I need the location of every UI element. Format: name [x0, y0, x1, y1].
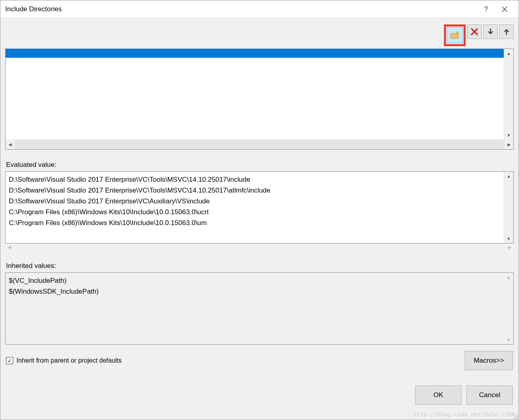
inherited-vscrollbar: ▲ ▼ [504, 273, 513, 344]
evaluated-value-label: Evaluated value: [6, 161, 513, 169]
toolbar [4, 21, 515, 48]
inherited-values-label: Inherited values: [6, 262, 513, 270]
evaluated-vscrollbar[interactable]: ▲ ▼ [504, 172, 513, 243]
close-button[interactable] [495, 0, 514, 18]
inherited-values-text: $(VC_IncludePath) $(WindowsSDK_IncludePa… [6, 273, 504, 344]
evaluated-value-text: D:\Software\Visual Studio 2017 Enterpris… [6, 172, 504, 243]
listbox-hscrollbar[interactable]: ◀ ▶ [6, 140, 513, 149]
arrow-up-icon [503, 28, 510, 35]
scroll-up-icon[interactable]: ▲ [504, 172, 513, 181]
options-row: ✓ Inherit from parent or project default… [6, 351, 513, 370]
ok-button[interactable]: OK [415, 386, 462, 405]
help-button[interactable]: ? [477, 0, 495, 18]
watermark: http://blog.csdn.net/DaSo_CSDN [413, 411, 515, 418]
listbox-items[interactable] [6, 49, 504, 140]
new-folder-highlight [444, 24, 466, 46]
delete-icon [471, 28, 478, 35]
list-item-selected[interactable] [6, 49, 504, 58]
delete-button[interactable] [467, 24, 482, 39]
move-down-button[interactable] [483, 24, 498, 39]
inherit-checkbox[interactable]: ✓ [6, 357, 13, 364]
inherit-checkbox-label: Inherit from parent or project defaults [16, 357, 122, 364]
scroll-down-icon[interactable]: ▼ [504, 234, 513, 243]
window-title: Include Directories [5, 5, 477, 13]
scroll-down-icon: ▼ [504, 335, 513, 344]
inherited-values-box: $(VC_IncludePath) $(WindowsSDK_IncludePa… [5, 272, 514, 345]
directories-listbox[interactable]: ▲ ▼ ◀ ▶ [5, 49, 514, 150]
scroll-up-icon: ▲ [504, 273, 513, 282]
new-line-button[interactable] [447, 27, 463, 43]
scroll-left-icon: ◀ [5, 245, 13, 250]
dialog-content: ▲ ▼ ◀ ▶ Evaluated value: D:\Software\Vis… [0, 18, 519, 408]
hscroll-track[interactable] [14, 140, 505, 149]
move-up-button[interactable] [499, 24, 514, 39]
scroll-right-icon[interactable]: ▶ [505, 140, 513, 149]
macros-button[interactable]: Macros>> [465, 351, 513, 370]
new-folder-icon [450, 31, 459, 39]
resize-grip-icon[interactable] [512, 413, 518, 419]
scroll-left-icon[interactable]: ◀ [6, 140, 14, 149]
scroll-right-icon: ▶ [506, 245, 514, 250]
cancel-button[interactable]: Cancel [466, 386, 513, 405]
scroll-up-icon[interactable]: ▲ [504, 49, 513, 58]
arrow-down-icon [487, 28, 494, 35]
inherit-checkbox-wrap[interactable]: ✓ Inherit from parent or project default… [6, 357, 465, 364]
scroll-down-icon[interactable]: ▼ [504, 131, 513, 140]
evaluated-hscrollbar: ◀ ▶ [5, 243, 514, 251]
footer-buttons: OK Cancel [6, 386, 513, 405]
listbox-vscrollbar[interactable]: ▲ ▼ [504, 49, 513, 140]
titlebar: Include Directories ? [0, 0, 519, 18]
evaluated-value-box: D:\Software\Visual Studio 2017 Enterpris… [5, 171, 514, 243]
